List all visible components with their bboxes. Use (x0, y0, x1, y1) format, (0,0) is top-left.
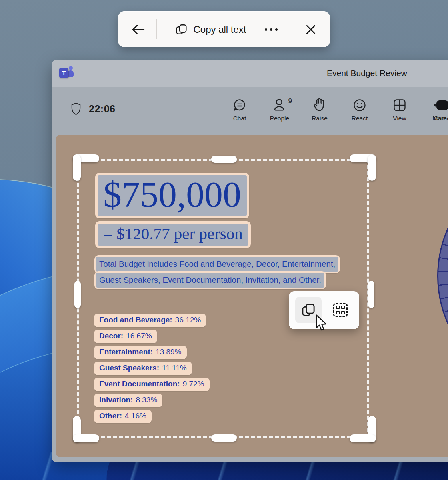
copy-icon (176, 24, 188, 36)
copy-all-text-button[interactable]: Copy all text (168, 18, 254, 42)
more-horizontal-icon (265, 28, 278, 31)
raise-hand-button[interactable]: Raise (303, 96, 336, 122)
teams-titlebar: T Event Budget Review (52, 60, 448, 88)
chat-button[interactable]: Chat (223, 96, 256, 122)
teams-call-toolbar: 22:06 Chat 9 People (52, 87, 448, 133)
people-count-badge: 9 (288, 97, 292, 105)
text-extractor-toolbar: Copy all text (118, 11, 330, 47)
react-icon (352, 96, 367, 112)
selection-edge-handle-left[interactable] (74, 281, 81, 308)
mouse-cursor (314, 314, 329, 332)
more-options-button[interactable] (259, 21, 284, 38)
teams-logo-icon: T (59, 65, 75, 81)
toolbar-divider (414, 96, 414, 122)
text-actions-qr-button[interactable] (327, 297, 354, 323)
shield-icon (70, 102, 82, 115)
chat-icon (232, 96, 247, 112)
selection-corner-handle-tr[interactable] (368, 154, 376, 181)
people-icon: 9 (273, 96, 286, 112)
meeting-timer: 22:06 (70, 102, 115, 115)
copy-icon (302, 303, 315, 317)
selection-edge-handle-bottom[interactable] (211, 434, 237, 442)
qr-grid-icon (333, 303, 348, 317)
close-icon (306, 24, 316, 35)
view-button[interactable]: View (383, 96, 416, 122)
back-arrow-icon (131, 24, 145, 35)
toolbar-divider (292, 19, 292, 39)
camera-button[interactable]: Camera (428, 96, 448, 122)
people-button[interactable]: 9 People (263, 96, 296, 122)
react-button[interactable]: React (343, 96, 376, 122)
selection-edge-handle-right[interactable] (368, 281, 374, 308)
selection-corner-handle-bl[interactable] (73, 434, 99, 442)
selection-corner-handle-br[interactable] (350, 434, 376, 442)
camera-icon (436, 96, 448, 112)
close-button[interactable] (299, 21, 323, 38)
view-icon (392, 96, 407, 112)
selection-edge-handle-top[interactable] (211, 156, 237, 163)
selection-corner-handle-tl[interactable] (73, 154, 81, 181)
meeting-title: Event Budget Review (327, 68, 407, 78)
globe-graphic (437, 159, 448, 393)
back-button[interactable] (125, 21, 151, 38)
raise-hand-icon (313, 96, 326, 112)
toolbar-divider (156, 19, 157, 39)
timer-value: 22:06 (89, 103, 115, 115)
